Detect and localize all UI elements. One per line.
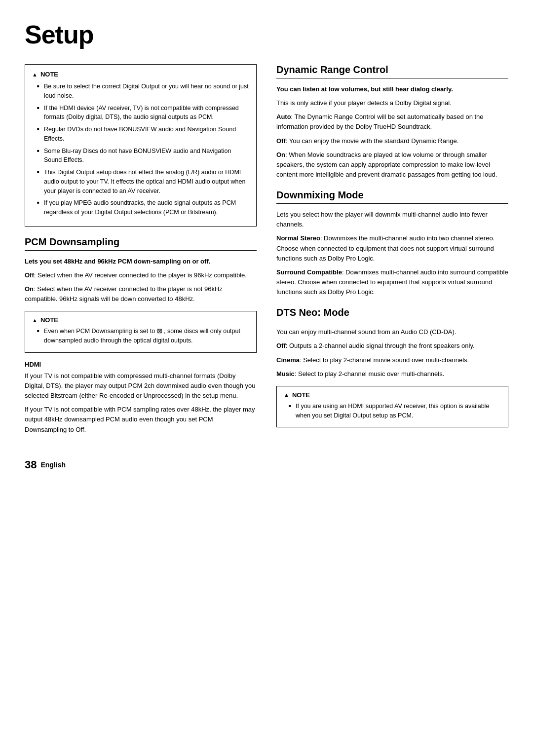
- dts-music-text: : Select to play 2-channel music over mu…: [295, 370, 444, 378]
- drc-off-option: Off: You can enjoy the movie with the st…: [276, 136, 508, 146]
- page-number: 38: [25, 458, 37, 471]
- list-item: Some Blu-ray Discs do not have BONUSVIEW…: [37, 147, 249, 165]
- pcm-on-text: : Select when the AV receiver connected …: [25, 285, 223, 302]
- pcm-off-text: : Select when the AV receiver connected …: [34, 271, 247, 279]
- pcm-note-list: Even when PCM Downsampling is set to ⊠ ,…: [32, 327, 249, 345]
- footer-language: English: [40, 461, 66, 469]
- pcm-on-label: On: [25, 285, 34, 293]
- dts-off-option: Off: Outputs a 2-channel audio signal th…: [276, 341, 508, 351]
- pcm-heading: PCM Downsampling: [25, 236, 257, 251]
- pcm-off-option: Off: Select when the AV receiver connect…: [25, 270, 257, 280]
- drc-on-text: : When Movie soundtracks are played at l…: [276, 151, 497, 178]
- downmixing-surround-option: Surround Compatible: Downmixes multi-cha…: [276, 267, 508, 297]
- dts-cinema-label: Cinema: [276, 356, 300, 364]
- pcm-note-title: NOTE: [32, 316, 249, 324]
- pcm-intro: Lets you set 48kHz and 96kHz PCM down-sa…: [25, 257, 257, 266]
- page-title: Setup: [25, 20, 508, 49]
- page-footer: 38 English: [25, 458, 508, 471]
- pcm-note-box: NOTE Even when PCM Downsampling is set t…: [25, 311, 257, 353]
- dts-heading: DTS Neo: Mode: [276, 307, 508, 321]
- top-note-box: NOTE Be sure to select the correct Digit…: [25, 64, 257, 227]
- drc-auto-label: Auto: [276, 113, 291, 120]
- dts-intro: You can enjoy multi-channel sound from a…: [276, 327, 508, 337]
- dts-note-list: If you are using an HDMI supported AV re…: [284, 402, 501, 420]
- list-item: If you are using an HDMI supported AV re…: [289, 402, 501, 420]
- dts-off-label: Off: [276, 342, 286, 349]
- list-item: Even when PCM Downsampling is set to ⊠ ,…: [37, 327, 249, 345]
- drc-heading: Dynamic Range Control: [276, 64, 508, 78]
- dts-music-option: Music: Select to play 2-channel music ov…: [276, 369, 508, 379]
- list-item: If you play MPEG audio soundtracks, the …: [37, 198, 249, 217]
- hdmi-para-2: If your TV is not compatible with PCM sa…: [25, 405, 257, 434]
- pcm-on-option: On: Select when the AV receiver connecte…: [25, 284, 257, 304]
- dts-music-label: Music: [276, 370, 295, 378]
- list-item: If the HDMI device (AV receiver, TV) is …: [37, 104, 249, 122]
- drc-intro-2: This is only active if your player detec…: [276, 98, 508, 108]
- drc-auto-option: Auto: The Dynamic Range Control will be …: [276, 112, 508, 132]
- right-column: Dynamic Range Control You can listen at …: [276, 64, 508, 439]
- main-content: NOTE Be sure to select the correct Digit…: [25, 64, 508, 439]
- hdmi-para-2-text: If your TV is not compatible with PCM sa…: [25, 406, 255, 433]
- drc-on-option: On: When Movie soundtracks are played at…: [276, 150, 508, 180]
- list-item: Be sure to select the correct Digital Ou…: [37, 82, 249, 101]
- top-note-title: NOTE: [32, 71, 249, 78]
- drc-intro-1: You can listen at low volumes, but still…: [276, 84, 508, 94]
- downmixing-normal-label: Normal Stereo: [276, 234, 320, 242]
- hdmi-label: HDMI: [25, 361, 257, 368]
- dts-note-box: NOTE If you are using an HDMI supported …: [276, 386, 508, 428]
- dts-cinema-text: : Select to play 2-channel movie sound o…: [300, 356, 469, 364]
- left-column: NOTE Be sure to select the correct Digit…: [25, 64, 257, 439]
- drc-on-label: On: [276, 151, 285, 158]
- downmixing-normal-option: Normal Stereo: Downmixes the multi-chann…: [276, 233, 508, 263]
- drc-auto-text: : The Dynamic Range Control will be set …: [276, 113, 484, 130]
- hdmi-para-1: If your TV is not compatible with compre…: [25, 371, 257, 401]
- dts-note-title: NOTE: [284, 391, 501, 399]
- dts-cinema-option: Cinema: Select to play 2-channel movie s…: [276, 355, 508, 365]
- downmixing-heading: Downmixing Mode: [276, 189, 508, 204]
- dts-off-text: : Outputs a 2-channel audio signal throu…: [286, 342, 475, 349]
- downmixing-surround-label: Surround Compatible: [276, 268, 342, 276]
- downmixing-intro: Lets you select how the player will down…: [276, 210, 508, 229]
- list-item: This Digital Output setup does not effec…: [37, 168, 249, 195]
- drc-off-text: : You can enjoy the movie with the stand…: [286, 137, 459, 145]
- list-item: Regular DVDs do not have BONUSVIEW audio…: [37, 125, 249, 144]
- drc-off-label: Off: [276, 137, 286, 145]
- top-note-list: Be sure to select the correct Digital Ou…: [32, 82, 249, 217]
- pcm-off-label: Off: [25, 271, 34, 279]
